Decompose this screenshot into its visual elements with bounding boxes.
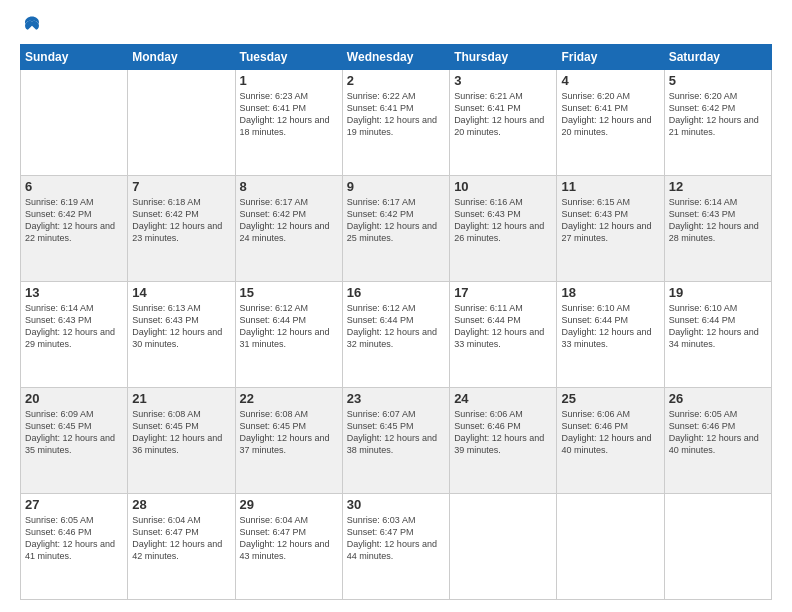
day-info: Sunrise: 6:12 AMSunset: 6:44 PMDaylight:… xyxy=(347,302,445,351)
day-number: 21 xyxy=(132,391,230,406)
day-number: 7 xyxy=(132,179,230,194)
calendar-cell: 10Sunrise: 6:16 AMSunset: 6:43 PMDayligh… xyxy=(450,176,557,282)
calendar-week-row: 1Sunrise: 6:23 AMSunset: 6:41 PMDaylight… xyxy=(21,70,772,176)
header xyxy=(20,16,772,34)
day-number: 10 xyxy=(454,179,552,194)
day-info: Sunrise: 6:12 AMSunset: 6:44 PMDaylight:… xyxy=(240,302,338,351)
calendar-cell: 22Sunrise: 6:08 AMSunset: 6:45 PMDayligh… xyxy=(235,388,342,494)
logo xyxy=(20,16,42,34)
day-info: Sunrise: 6:08 AMSunset: 6:45 PMDaylight:… xyxy=(240,408,338,457)
page: Sunday Monday Tuesday Wednesday Thursday… xyxy=(0,0,792,612)
calendar-cell: 27Sunrise: 6:05 AMSunset: 6:46 PMDayligh… xyxy=(21,494,128,600)
day-number: 22 xyxy=(240,391,338,406)
calendar-cell: 16Sunrise: 6:12 AMSunset: 6:44 PMDayligh… xyxy=(342,282,449,388)
calendar-cell xyxy=(664,494,771,600)
day-info: Sunrise: 6:05 AMSunset: 6:46 PMDaylight:… xyxy=(669,408,767,457)
calendar-cell: 28Sunrise: 6:04 AMSunset: 6:47 PMDayligh… xyxy=(128,494,235,600)
day-info: Sunrise: 6:23 AMSunset: 6:41 PMDaylight:… xyxy=(240,90,338,139)
day-info: Sunrise: 6:04 AMSunset: 6:47 PMDaylight:… xyxy=(240,514,338,563)
day-number: 28 xyxy=(132,497,230,512)
calendar-week-row: 27Sunrise: 6:05 AMSunset: 6:46 PMDayligh… xyxy=(21,494,772,600)
calendar-cell: 14Sunrise: 6:13 AMSunset: 6:43 PMDayligh… xyxy=(128,282,235,388)
calendar-cell: 13Sunrise: 6:14 AMSunset: 6:43 PMDayligh… xyxy=(21,282,128,388)
day-info: Sunrise: 6:03 AMSunset: 6:47 PMDaylight:… xyxy=(347,514,445,563)
day-number: 11 xyxy=(561,179,659,194)
calendar-week-row: 13Sunrise: 6:14 AMSunset: 6:43 PMDayligh… xyxy=(21,282,772,388)
day-number: 2 xyxy=(347,73,445,88)
day-info: Sunrise: 6:10 AMSunset: 6:44 PMDaylight:… xyxy=(669,302,767,351)
calendar-cell: 20Sunrise: 6:09 AMSunset: 6:45 PMDayligh… xyxy=(21,388,128,494)
calendar-cell xyxy=(557,494,664,600)
day-info: Sunrise: 6:11 AMSunset: 6:44 PMDaylight:… xyxy=(454,302,552,351)
calendar-cell: 17Sunrise: 6:11 AMSunset: 6:44 PMDayligh… xyxy=(450,282,557,388)
day-number: 15 xyxy=(240,285,338,300)
day-number: 20 xyxy=(25,391,123,406)
day-number: 3 xyxy=(454,73,552,88)
day-number: 30 xyxy=(347,497,445,512)
day-number: 29 xyxy=(240,497,338,512)
day-number: 27 xyxy=(25,497,123,512)
col-thursday: Thursday xyxy=(450,45,557,70)
day-info: Sunrise: 6:10 AMSunset: 6:44 PMDaylight:… xyxy=(561,302,659,351)
calendar-cell xyxy=(21,70,128,176)
calendar-cell: 3Sunrise: 6:21 AMSunset: 6:41 PMDaylight… xyxy=(450,70,557,176)
calendar-cell: 24Sunrise: 6:06 AMSunset: 6:46 PMDayligh… xyxy=(450,388,557,494)
day-info: Sunrise: 6:17 AMSunset: 6:42 PMDaylight:… xyxy=(240,196,338,245)
day-number: 23 xyxy=(347,391,445,406)
day-info: Sunrise: 6:14 AMSunset: 6:43 PMDaylight:… xyxy=(25,302,123,351)
calendar-cell: 5Sunrise: 6:20 AMSunset: 6:42 PMDaylight… xyxy=(664,70,771,176)
calendar-cell: 23Sunrise: 6:07 AMSunset: 6:45 PMDayligh… xyxy=(342,388,449,494)
day-number: 8 xyxy=(240,179,338,194)
calendar-cell: 29Sunrise: 6:04 AMSunset: 6:47 PMDayligh… xyxy=(235,494,342,600)
calendar-cell: 9Sunrise: 6:17 AMSunset: 6:42 PMDaylight… xyxy=(342,176,449,282)
col-wednesday: Wednesday xyxy=(342,45,449,70)
day-info: Sunrise: 6:15 AMSunset: 6:43 PMDaylight:… xyxy=(561,196,659,245)
day-number: 6 xyxy=(25,179,123,194)
day-info: Sunrise: 6:13 AMSunset: 6:43 PMDaylight:… xyxy=(132,302,230,351)
col-saturday: Saturday xyxy=(664,45,771,70)
day-info: Sunrise: 6:18 AMSunset: 6:42 PMDaylight:… xyxy=(132,196,230,245)
day-number: 9 xyxy=(347,179,445,194)
day-number: 18 xyxy=(561,285,659,300)
calendar-week-row: 6Sunrise: 6:19 AMSunset: 6:42 PMDaylight… xyxy=(21,176,772,282)
day-info: Sunrise: 6:21 AMSunset: 6:41 PMDaylight:… xyxy=(454,90,552,139)
calendar-cell: 15Sunrise: 6:12 AMSunset: 6:44 PMDayligh… xyxy=(235,282,342,388)
day-number: 25 xyxy=(561,391,659,406)
day-info: Sunrise: 6:20 AMSunset: 6:42 PMDaylight:… xyxy=(669,90,767,139)
day-number: 5 xyxy=(669,73,767,88)
calendar-table: Sunday Monday Tuesday Wednesday Thursday… xyxy=(20,44,772,600)
day-info: Sunrise: 6:07 AMSunset: 6:45 PMDaylight:… xyxy=(347,408,445,457)
calendar-header-row: Sunday Monday Tuesday Wednesday Thursday… xyxy=(21,45,772,70)
calendar-cell: 25Sunrise: 6:06 AMSunset: 6:46 PMDayligh… xyxy=(557,388,664,494)
day-info: Sunrise: 6:17 AMSunset: 6:42 PMDaylight:… xyxy=(347,196,445,245)
calendar-cell xyxy=(128,70,235,176)
day-number: 24 xyxy=(454,391,552,406)
day-info: Sunrise: 6:19 AMSunset: 6:42 PMDaylight:… xyxy=(25,196,123,245)
calendar-cell: 30Sunrise: 6:03 AMSunset: 6:47 PMDayligh… xyxy=(342,494,449,600)
logo-bird-icon xyxy=(22,14,42,34)
day-info: Sunrise: 6:22 AMSunset: 6:41 PMDaylight:… xyxy=(347,90,445,139)
day-number: 26 xyxy=(669,391,767,406)
day-info: Sunrise: 6:08 AMSunset: 6:45 PMDaylight:… xyxy=(132,408,230,457)
day-number: 19 xyxy=(669,285,767,300)
day-info: Sunrise: 6:05 AMSunset: 6:46 PMDaylight:… xyxy=(25,514,123,563)
calendar-cell: 6Sunrise: 6:19 AMSunset: 6:42 PMDaylight… xyxy=(21,176,128,282)
calendar-cell: 26Sunrise: 6:05 AMSunset: 6:46 PMDayligh… xyxy=(664,388,771,494)
calendar-week-row: 20Sunrise: 6:09 AMSunset: 6:45 PMDayligh… xyxy=(21,388,772,494)
day-info: Sunrise: 6:06 AMSunset: 6:46 PMDaylight:… xyxy=(561,408,659,457)
day-number: 4 xyxy=(561,73,659,88)
day-info: Sunrise: 6:20 AMSunset: 6:41 PMDaylight:… xyxy=(561,90,659,139)
calendar-cell: 7Sunrise: 6:18 AMSunset: 6:42 PMDaylight… xyxy=(128,176,235,282)
col-tuesday: Tuesday xyxy=(235,45,342,70)
calendar-cell: 21Sunrise: 6:08 AMSunset: 6:45 PMDayligh… xyxy=(128,388,235,494)
day-info: Sunrise: 6:06 AMSunset: 6:46 PMDaylight:… xyxy=(454,408,552,457)
col-monday: Monday xyxy=(128,45,235,70)
calendar-cell xyxy=(450,494,557,600)
day-info: Sunrise: 6:16 AMSunset: 6:43 PMDaylight:… xyxy=(454,196,552,245)
col-friday: Friday xyxy=(557,45,664,70)
calendar-cell: 11Sunrise: 6:15 AMSunset: 6:43 PMDayligh… xyxy=(557,176,664,282)
calendar-cell: 4Sunrise: 6:20 AMSunset: 6:41 PMDaylight… xyxy=(557,70,664,176)
day-number: 17 xyxy=(454,285,552,300)
day-info: Sunrise: 6:09 AMSunset: 6:45 PMDaylight:… xyxy=(25,408,123,457)
calendar-cell: 12Sunrise: 6:14 AMSunset: 6:43 PMDayligh… xyxy=(664,176,771,282)
